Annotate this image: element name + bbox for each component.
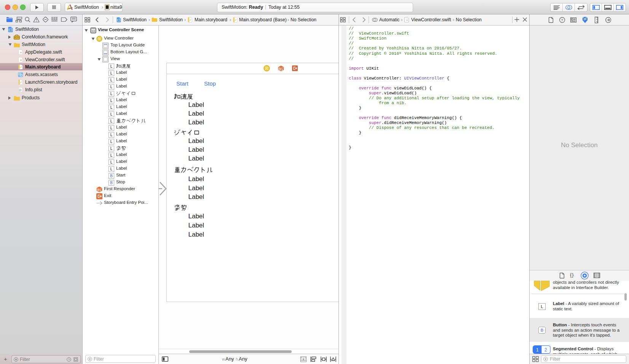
svg-text:1: 1 <box>100 189 102 192</box>
svg-text:1: 1 <box>282 68 283 71</box>
svg-text:1: 1 <box>536 347 539 353</box>
svg-text:?: ? <box>561 18 563 22</box>
svg-text:2: 2 <box>544 347 547 353</box>
